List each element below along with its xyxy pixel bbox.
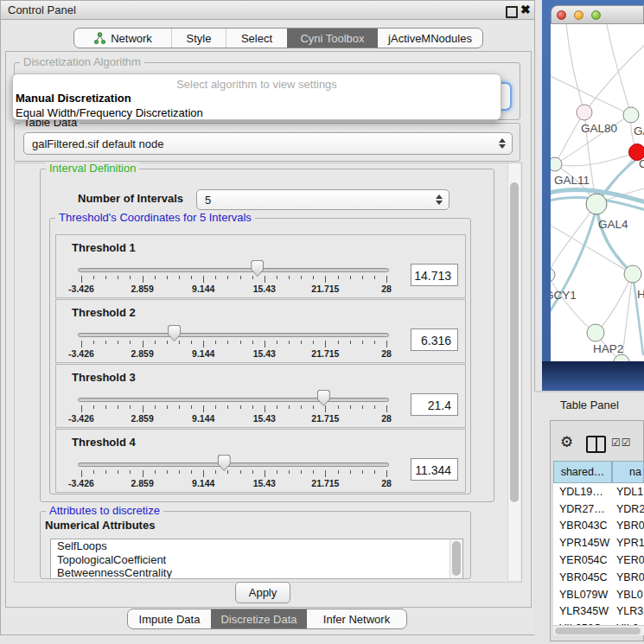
numerical-attributes-list[interactable]: SelfLoopsTopologicalCoefficientBetweenne… bbox=[50, 539, 463, 579]
list-item[interactable]: SelfLoops bbox=[51, 539, 462, 553]
threshold-value-field[interactable]: 21.4 bbox=[411, 393, 458, 416]
node-green-top[interactable] bbox=[623, 107, 639, 123]
threshold-panel-3: Threshold 3 -3.4262.8599.14415.4321.7152… bbox=[55, 364, 466, 428]
table-data-combobox[interactable]: galFiltered.sif default node bbox=[23, 132, 513, 155]
table-header-row: shared… na bbox=[553, 461, 644, 483]
tab-label: Select bbox=[241, 32, 272, 45]
tab-jactivemnodules[interactable]: jActiveMNodules bbox=[378, 29, 482, 48]
tab-infer-network[interactable]: Infer Network bbox=[307, 609, 406, 628]
slider-thumb[interactable] bbox=[317, 390, 330, 406]
cyni-toolbox-panel: Discretization Algorithm Select algorith… bbox=[5, 51, 532, 608]
slider-track[interactable] bbox=[78, 333, 389, 337]
slider-tick-labels: -3.4262.8599.14415.4321.71528 bbox=[81, 348, 386, 359]
node-hap2[interactable] bbox=[587, 324, 604, 341]
tab-network[interactable]: Network bbox=[74, 29, 171, 48]
table-row[interactable]: YLR345WYLR3 bbox=[553, 603, 644, 621]
tab-label: Discretize Data bbox=[220, 613, 296, 626]
table-row[interactable]: YDR27…YDR2 bbox=[553, 501, 644, 518]
column-header-shared[interactable]: shared… bbox=[553, 461, 612, 483]
table-body[interactable]: YDL19…YDL1YDR27…YDR2YBR043CYBR0YPR145WYP… bbox=[553, 483, 644, 625]
group-title: Interval Definition bbox=[46, 162, 139, 175]
tab-label: Network bbox=[111, 32, 152, 45]
slider-track[interactable] bbox=[78, 268, 389, 272]
settings-scrollpane: Interval Definition Number of Intervals … bbox=[14, 163, 522, 583]
attributes-group: Attributes to discretize Numerical Attri… bbox=[40, 511, 471, 579]
table-row[interactable]: YBL079WYBL0 bbox=[553, 586, 644, 603]
tab-select[interactable]: Select bbox=[226, 29, 287, 48]
close-traffic-light[interactable] bbox=[557, 10, 566, 20]
network-graph: GAL80 GA GAL11 GAL4 GCY1 H HAP2 C bbox=[551, 24, 644, 361]
slider-thumb[interactable] bbox=[218, 455, 231, 471]
table-row[interactable]: YBR045CYBR0 bbox=[553, 569, 644, 586]
top-tab-bar: Network Style Select Cyni Toolbox jActiv… bbox=[73, 28, 483, 48]
node-gcy1[interactable] bbox=[551, 268, 555, 282]
threshold-label: Threshold 1 bbox=[72, 241, 136, 254]
slider-tick-labels: -3.4262.8599.14415.4321.71528 bbox=[81, 413, 386, 424]
tab-label: Infer Network bbox=[323, 613, 390, 626]
threshold-panel-2: Threshold 2 -3.4262.8599.14415.4321.7152… bbox=[55, 299, 466, 363]
group-title: Discretization Algorithm bbox=[20, 55, 144, 68]
network-icon bbox=[93, 32, 106, 45]
table-row[interactable]: YDL19…YDL1 bbox=[553, 483, 644, 501]
tab-cyni-toolbox[interactable]: Cyni Toolbox bbox=[287, 29, 378, 48]
slider-ticks bbox=[81, 341, 386, 348]
network-window-titlebar[interactable] bbox=[551, 5, 644, 24]
combo-value: galFiltered.sif default node bbox=[32, 137, 163, 150]
number-of-intervals-combobox[interactable]: 5 bbox=[196, 189, 450, 210]
tab-impute-data[interactable]: Impute Data bbox=[128, 609, 211, 628]
threshold-value-field[interactable]: 14.713 bbox=[411, 264, 458, 286]
list-scrollbar[interactable] bbox=[450, 539, 462, 578]
network-frame-bottom bbox=[542, 361, 644, 391]
slider-track[interactable] bbox=[78, 462, 389, 467]
group-title: Threshold's Coordinates for 5 Intervals bbox=[55, 211, 255, 224]
node-gal80[interactable] bbox=[577, 105, 592, 120]
node-label: H bbox=[637, 288, 644, 301]
tab-style[interactable]: Style bbox=[171, 29, 226, 48]
node-bottom[interactable] bbox=[614, 354, 629, 361]
column-header-name[interactable]: na bbox=[612, 461, 644, 483]
panel-scrollbar[interactable] bbox=[507, 163, 520, 580]
tab-label: jActiveMNodules bbox=[388, 32, 472, 45]
node-label: HAP2 bbox=[593, 342, 623, 355]
table-row[interactable]: YER054CYER0 bbox=[553, 552, 644, 569]
dropdown-option-manual[interactable]: Manual Discretization bbox=[13, 91, 501, 105]
control-panel-titlebar[interactable]: Control Panel bbox=[1, 1, 534, 20]
dropdown-hint: Select algorithm to view settings bbox=[13, 74, 501, 91]
table-hscrollbar[interactable] bbox=[553, 625, 644, 635]
slider-thumb[interactable] bbox=[168, 325, 181, 341]
node-gal11[interactable] bbox=[551, 157, 562, 171]
threshold-panel-1: Threshold 1 -3.4262.8599.14415.4321.7152… bbox=[55, 234, 466, 298]
threshold-value-field[interactable]: 6.316 bbox=[411, 328, 458, 351]
checkboxes-icon[interactable]: ☑☑ bbox=[611, 437, 632, 449]
apply-label: Apply bbox=[249, 586, 277, 599]
table-row[interactable]: YPR145WYPR1 bbox=[553, 534, 644, 552]
zoom-traffic-light[interactable] bbox=[591, 10, 601, 20]
group-title: Attributes to discretize bbox=[46, 504, 163, 517]
list-item[interactable]: BetweennessCentrality bbox=[51, 566, 462, 579]
slider-track[interactable] bbox=[78, 398, 389, 402]
slider-ticks bbox=[81, 405, 386, 413]
tab-discretize-data[interactable]: Discretize Data bbox=[211, 609, 307, 628]
apply-button[interactable]: Apply bbox=[235, 582, 290, 603]
table-panel-title: Table Panel bbox=[560, 399, 619, 411]
node-gal4[interactable] bbox=[586, 194, 607, 214]
gear-icon[interactable]: ⚙ bbox=[560, 433, 573, 451]
slider-thumb[interactable] bbox=[251, 260, 264, 277]
close-icon[interactable]: ✖ bbox=[520, 3, 531, 16]
node-label: GCY1 bbox=[551, 289, 577, 302]
table-row[interactable]: YBR043CYBR0 bbox=[553, 518, 644, 535]
list-item[interactable]: TopologicalCoefficient bbox=[51, 553, 462, 567]
network-view[interactable]: GAL80 GA GAL11 GAL4 GCY1 H HAP2 C bbox=[551, 24, 644, 361]
table-data-group: Table Data galFiltered.sif default node bbox=[14, 123, 520, 162]
stepper-arrows-icon bbox=[436, 194, 443, 205]
interval-definition-group: Interval Definition Number of Intervals … bbox=[40, 169, 494, 502]
node-right[interactable] bbox=[624, 265, 641, 283]
threshold-value-field[interactable]: 11.344 bbox=[411, 458, 458, 481]
combo-value: 5 bbox=[205, 194, 211, 207]
dropdown-option-equal-width[interactable]: Equal Width/Frequency Discretization bbox=[13, 105, 501, 120]
slider-ticks bbox=[81, 276, 386, 284]
split-columns-icon[interactable] bbox=[586, 436, 606, 453]
float-window-icon[interactable] bbox=[506, 6, 518, 18]
stepper-arrows-icon bbox=[499, 138, 506, 149]
minimize-traffic-light[interactable] bbox=[574, 10, 583, 20]
